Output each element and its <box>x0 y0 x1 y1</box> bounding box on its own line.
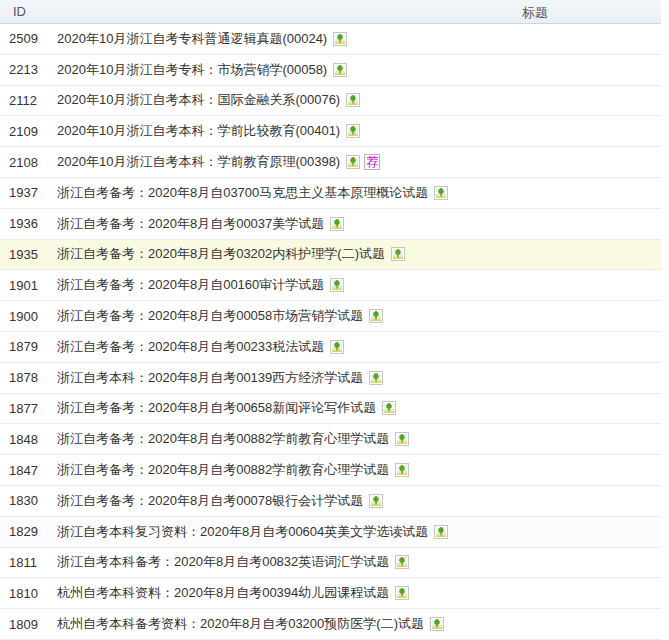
image-icon <box>346 155 360 169</box>
row-title-link[interactable]: 2020年10月浙江自考本科：学前教育原理(00398) <box>57 153 340 171</box>
table-row: 1901浙江自考备考：2020年8月自00160审计学试题 <box>0 270 661 301</box>
table-row: 22132020年10月浙江自考专科：市场营销学(00058) <box>0 55 661 86</box>
table-row: 1900浙江自考备考：2020年8月自考00058市场营销学试题 <box>0 301 661 332</box>
table-row: 1848浙江自考备考：2020年8月自考00882学前教育心理学试题 <box>0 424 661 455</box>
row-id: 1935 <box>0 247 57 262</box>
image-icon <box>430 617 444 631</box>
image-icon <box>330 217 344 231</box>
image-icon <box>333 63 347 77</box>
row-id: 1879 <box>0 339 57 354</box>
image-icon <box>369 309 383 323</box>
table-row: 1847浙江自考备考：2020年8月自考00882学前教育心理学试题 <box>0 455 661 486</box>
row-title-link[interactable]: 2020年10月浙江自考专科：市场营销学(00058) <box>57 61 327 79</box>
row-id: 1848 <box>0 432 57 447</box>
table-row: 25092020年10月浙江自考专科普通逻辑真题(00024) <box>0 24 661 55</box>
table-row: 1811浙江自考本科备考：2020年8月自考00832英语词汇学试题 <box>0 548 661 579</box>
row-id: 1810 <box>0 586 57 601</box>
row-id: 2112 <box>0 93 57 108</box>
image-icon <box>369 371 383 385</box>
row-title-link[interactable]: 2020年10月浙江自考本科：国际金融关系(00076) <box>57 91 340 109</box>
header-id-label: ID <box>13 4 26 19</box>
row-id: 2109 <box>0 124 57 139</box>
image-icon <box>382 401 396 415</box>
row-title-link[interactable]: 浙江自考备考：2020年8月自考00058市场营销学试题 <box>57 307 363 325</box>
row-title-link[interactable]: 浙江自考备考：2020年8月自考00882学前教育心理学试题 <box>57 430 389 448</box>
recommended-badge: 荐 <box>364 154 380 170</box>
row-title-link[interactable]: 浙江自考本科复习资料：2020年8月自考00604英美文学选读试题 <box>57 523 428 541</box>
table-row: 1937浙江自考备考：2020年8月自03700马克思主义基本原理概论试题 <box>0 178 661 209</box>
image-icon <box>434 525 448 539</box>
image-icon <box>395 586 409 600</box>
row-title-link[interactable]: 2020年10月浙江自考专科普通逻辑真题(00024) <box>57 30 327 48</box>
table-body: 25092020年10月浙江自考专科普通逻辑真题(00024)22132020年… <box>0 24 661 640</box>
row-title-link[interactable]: 浙江自考备考：2020年8月自考00078银行会计学试题 <box>57 492 363 510</box>
image-icon <box>346 93 360 107</box>
header-title-label: 标题 <box>522 4 548 22</box>
row-id: 1829 <box>0 524 57 539</box>
image-icon <box>330 340 344 354</box>
exam-paper-listing: ID 标题 25092020年10月浙江自考专科普通逻辑真题(00024)221… <box>0 0 661 640</box>
row-id: 1937 <box>0 185 57 200</box>
page: ID 标题 25092020年10月浙江自考专科普通逻辑真题(00024)221… <box>0 0 669 640</box>
image-icon <box>330 278 344 292</box>
row-title-link[interactable]: 浙江自考备考：2020年8月自考00882学前教育心理学试题 <box>57 461 389 479</box>
row-id: 2108 <box>0 155 57 170</box>
image-icon <box>395 463 409 477</box>
list-header: ID 标题 <box>0 0 661 24</box>
table-row: 1810杭州自考本科资料：2020年8月自考00394幼儿园课程试题 <box>0 578 661 609</box>
image-icon <box>395 555 409 569</box>
row-title-link[interactable]: 浙江自考备考：2020年8月自考03202内科护理学(二)试题 <box>57 245 385 263</box>
row-id: 2213 <box>0 62 57 77</box>
row-title-link[interactable]: 浙江自考备考：2020年8月自考00037美学试题 <box>57 215 324 233</box>
row-id: 1901 <box>0 278 57 293</box>
table-row: 21092020年10月浙江自考本科：学前比较教育(00401) <box>0 116 661 147</box>
row-title-link[interactable]: 2020年10月浙江自考本科：学前比较教育(00401) <box>57 122 340 140</box>
image-icon <box>369 494 383 508</box>
image-icon <box>346 124 360 138</box>
row-title-link[interactable]: 浙江自考本科备考：2020年8月自考00832英语词汇学试题 <box>57 553 389 571</box>
row-id: 1847 <box>0 463 57 478</box>
table-row: 1879浙江自考备考：2020年8月自考00233税法试题 <box>0 332 661 363</box>
row-id: 1830 <box>0 493 57 508</box>
row-id: 1809 <box>0 617 57 632</box>
row-title-link[interactable]: 浙江自考备考：2020年8月自03700马克思主义基本原理概论试题 <box>57 184 428 202</box>
row-id: 1878 <box>0 370 57 385</box>
table-row: 1829浙江自考本科复习资料：2020年8月自考00604英美文学选读试题 <box>0 517 661 548</box>
table-row: 1936浙江自考备考：2020年8月自考00037美学试题 <box>0 209 661 240</box>
image-icon <box>434 186 448 200</box>
image-icon <box>391 247 405 261</box>
row-id: 1811 <box>0 555 57 570</box>
row-title-link[interactable]: 浙江自考备考：2020年8月自考00233税法试题 <box>57 338 324 356</box>
row-title-link[interactable]: 杭州自考本科备考资料：2020年8月自考03200预防医学(二)试题 <box>57 615 424 633</box>
table-row: 1935浙江自考备考：2020年8月自考03202内科护理学(二)试题 <box>0 240 661 271</box>
table-row: 21082020年10月浙江自考本科：学前教育原理(00398)荐 <box>0 147 661 178</box>
table-row: 1878浙江自考本科：2020年8月自考00139西方经济学试题 <box>0 363 661 394</box>
image-icon <box>333 32 347 46</box>
row-title-link[interactable]: 浙江自考本科：2020年8月自考00139西方经济学试题 <box>57 369 363 387</box>
row-id: 1936 <box>0 216 57 231</box>
table-row: 1809杭州自考本科备考资料：2020年8月自考03200预防医学(二)试题 <box>0 609 661 640</box>
table-row: 1877浙江自考备考：2020年8月自考00658新闻评论写作试题 <box>0 394 661 425</box>
row-title-link[interactable]: 浙江自考备考：2020年8月自00160审计学试题 <box>57 276 324 294</box>
row-id: 2509 <box>0 31 57 46</box>
table-row: 21122020年10月浙江自考本科：国际金融关系(00076) <box>0 86 661 117</box>
row-id: 1877 <box>0 401 57 416</box>
row-id: 1900 <box>0 309 57 324</box>
row-title-link[interactable]: 浙江自考备考：2020年8月自考00658新闻评论写作试题 <box>57 399 376 417</box>
image-icon <box>395 432 409 446</box>
row-title-link[interactable]: 杭州自考本科资料：2020年8月自考00394幼儿园课程试题 <box>57 584 389 602</box>
table-row: 1830浙江自考备考：2020年8月自考00078银行会计学试题 <box>0 486 661 517</box>
